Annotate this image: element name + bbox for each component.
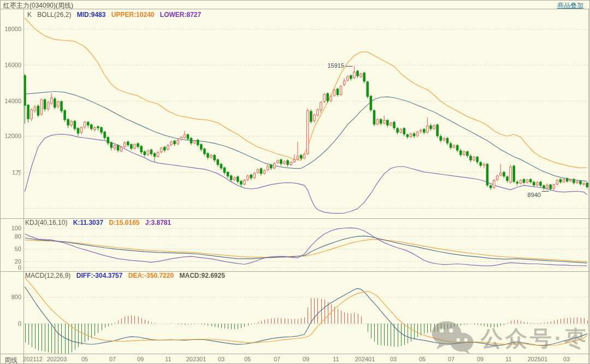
- macd-dea-value: DEA:-350.7220: [128, 272, 174, 279]
- x-axis-label: 05: [232, 356, 263, 362]
- y-axis-label-macd: 0: [0, 320, 21, 327]
- page-title: 红枣主力(034090)(周线): [3, 1, 73, 10]
- macd-macd-value: MACD:92.6925: [180, 272, 225, 279]
- x-axis-label: 11: [321, 356, 351, 362]
- boll-lower-value: LOWER:8727: [160, 11, 201, 19]
- wechat-icon: [430, 320, 475, 357]
- chart-canvas[interactable]: [0, 0, 590, 364]
- y-axis-label-main: 14000: [0, 98, 21, 104]
- kdj-k-value: K:11.3037: [73, 219, 103, 226]
- x-axis-label: 11: [153, 356, 184, 362]
- macd-params: MACD(12,26,9): [25, 272, 70, 279]
- boll-upper-value: UPPER:10240: [111, 11, 155, 19]
- kdj-j-value: J:3.8781: [145, 219, 171, 226]
- price-annotation-high: 15915: [312, 62, 344, 69]
- kdj-params: KDJ(40,16,10): [25, 219, 67, 226]
- y-axis-label-kdj: 80: [0, 233, 21, 240]
- boll-mid-value: MID:9483: [77, 11, 106, 19]
- y-axis-label-kdj: 50: [0, 246, 21, 252]
- watermark: 公众号·枣汇: [430, 320, 590, 357]
- kdj-legend: KDJ(40,16,10) K:11.3037 D:15.0165 J:3.87…: [25, 219, 175, 226]
- x-axis-label: 09: [291, 356, 321, 362]
- price-annotation-low: 8940: [509, 192, 541, 198]
- x-axis-label: 03: [378, 356, 409, 362]
- y-axis-label-main: 12000: [0, 133, 21, 139]
- x-axis-label: 05: [69, 356, 100, 362]
- period-label: 周线: [4, 356, 17, 364]
- macd-diff-value: DIFF:-304.3757: [76, 272, 123, 279]
- boll-legend: K BOLL(26,2) MID:9483 UPPER:10240 LOWER:…: [27, 11, 205, 18]
- x-axis-label: 07: [97, 356, 128, 362]
- x-axis-label: 202203: [42, 356, 72, 362]
- kdj-d-value: D:15.0165: [109, 219, 139, 226]
- chart-app: 红枣主力(034090)(周线) 商品叠加 K BOLL(26,2) MID:9…: [0, 0, 590, 364]
- watermark-text: 公众号·枣汇: [481, 324, 590, 354]
- legend-k: K: [27, 11, 32, 19]
- overlay-add-link[interactable]: 商品叠加: [557, 1, 583, 10]
- x-axis-label: 202401: [350, 356, 380, 362]
- x-axis-label: 07: [262, 356, 292, 362]
- macd-legend: MACD(12,26,9) DIFF:-304.3757 DEA:-350.72…: [25, 272, 229, 279]
- y-axis-label-kdj: 0: [0, 264, 21, 271]
- legend-boll: BOLL(26,2): [37, 11, 71, 19]
- y-axis-label-kdj: 100: [0, 225, 21, 231]
- y-axis-label-main: 18000: [0, 26, 21, 32]
- y-axis-label-main: 1万: [0, 169, 21, 177]
- y-axis-label-main: 16000: [0, 62, 21, 68]
- y-axis-label-macd: 800: [0, 294, 21, 300]
- x-axis-label: 09: [125, 356, 156, 362]
